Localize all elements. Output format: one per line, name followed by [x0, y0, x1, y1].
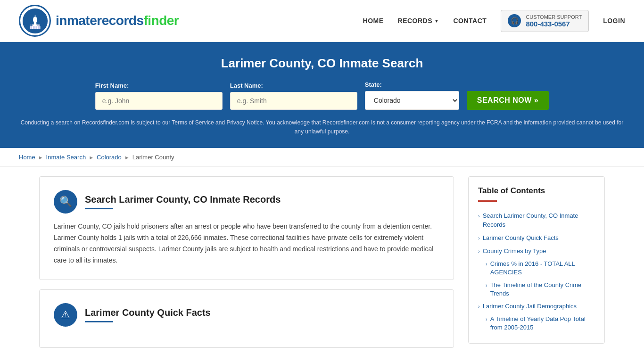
state-select[interactable]: Colorado [365, 91, 459, 110]
toc-list: › Search Larimer County, CO Inmate Recor… [478, 209, 595, 334]
chevron-right-icon-1: › [478, 235, 480, 242]
section-inmate-records: 🔍 Search Larimer County, CO Inmate Recor… [39, 176, 454, 280]
toc-item-5[interactable]: › Larimer County Jail Demographics [478, 300, 595, 313]
chevron-right-icon-5: › [478, 303, 480, 310]
chevron-right-icon-6: › [486, 316, 487, 323]
logo-text: inmaterecordsfinder [56, 13, 179, 28]
site-header: inmaterecordsfinder HOME RECORDS ▼ CONTA… [0, 0, 644, 42]
svg-rect-8 [35, 26, 37, 29]
page-title: Larimer County, CO Inmate Search [19, 56, 625, 71]
toc-label-1: Larimer County Quick Facts [483, 234, 559, 242]
toc-subitem-3[interactable]: › Crimes % in 2016 - TOTAL ALL AGENCIES [478, 258, 595, 279]
sidebar-toc: Table of Contents › Search Larimer Count… [468, 176, 605, 357]
breadcrumb: Home ► Inmate Search ► Colorado ► Larime… [0, 148, 644, 167]
first-name-label: First Name: [95, 82, 223, 89]
headset-icon: 🎧 [508, 14, 521, 27]
toc-label-6: A Timeline of Yearly Data Pop Total from… [490, 315, 595, 332]
breadcrumb-sep-3: ► [124, 155, 130, 160]
breadcrumb-sep-2: ► [89, 155, 94, 160]
nav-contact[interactable]: CONTACT [453, 17, 487, 25]
section-body-1: Larimer County, CO jails hold prisoners … [54, 221, 439, 266]
breadcrumb-sep-1: ► [38, 155, 43, 160]
section-header-2: ⚠ Larimer County Quick Facts [54, 303, 439, 327]
section-title-1: Search Larimer County, CO Inmate Records [85, 194, 281, 205]
section-title-wrap-2: Larimer County Quick Facts [85, 307, 211, 322]
alert-icon: ⚠ [54, 303, 77, 327]
breadcrumb-inmate-search[interactable]: Inmate Search [46, 154, 86, 161]
toc-label-3: Crimes % in 2016 - TOTAL ALL AGENCIES [490, 260, 595, 277]
toc-item-2[interactable]: › County Crimes by Type [478, 245, 595, 258]
toc-label-5: Larimer County Jail Demographics [483, 302, 577, 311]
section-title-wrap-1: Search Larimer County, CO Inmate Records [85, 194, 281, 209]
section-header-1: 🔍 Search Larimer County, CO Inmate Recor… [54, 190, 439, 214]
toc-label-0: Search Larimer County, CO Inmate Records [483, 212, 595, 229]
svg-rect-9 [38, 26, 40, 29]
svg-point-4 [33, 16, 37, 23]
last-name-group: Last Name: [230, 82, 357, 110]
breadcrumb-larimer: Larimer County [132, 154, 174, 161]
toc-item-0[interactable]: › Search Larimer County, CO Inmate Recor… [478, 209, 595, 231]
search-icon: 🔍 [54, 190, 77, 214]
svg-rect-7 [33, 26, 34, 29]
chevron-right-icon-0: › [478, 213, 480, 220]
toc-subitem-6[interactable]: › A Timeline of Yearly Data Pop Total fr… [478, 313, 595, 334]
toc-box: Table of Contents › Search Larimer Count… [468, 176, 605, 344]
first-name-group: First Name: [95, 82, 223, 110]
section-title-2: Larimer County Quick Facts [85, 307, 211, 318]
search-form: First Name: Last Name: State: Colorado S… [19, 81, 625, 110]
chevron-down-icon: ▼ [434, 18, 439, 24]
nav-login[interactable]: LOGIN [603, 17, 625, 25]
hero-section: Larimer County, CO Inmate Search First N… [0, 42, 644, 148]
support-info: CUSTOMER SUPPORT 800-433-0567 [526, 14, 582, 28]
toc-label-2: County Crimes by Type [483, 247, 546, 255]
state-label: State: [365, 81, 459, 88]
first-name-input[interactable] [95, 92, 223, 110]
chevron-right-icon-3: › [486, 261, 487, 268]
breadcrumb-colorado[interactable]: Colorado [97, 154, 122, 161]
toc-subitem-4[interactable]: › The Timeline of the County Crime Trend… [478, 279, 595, 300]
state-group: State: Colorado [365, 81, 459, 110]
nav-home[interactable]: HOME [363, 17, 384, 25]
logo-area: inmaterecordsfinder [19, 5, 179, 37]
nav-records[interactable]: RECORDS ▼ [398, 17, 439, 25]
search-button[interactable]: SEARCH NOW » [467, 91, 549, 110]
last-name-label: Last Name: [230, 82, 357, 89]
customer-support-box[interactable]: 🎧 CUSTOMER SUPPORT 800-433-0567 [501, 10, 589, 32]
svg-rect-6 [30, 26, 32, 29]
toc-item-1[interactable]: › Larimer County Quick Facts [478, 231, 595, 245]
chevron-right-icon-2: › [478, 248, 480, 255]
toc-label-4: The Timeline of the County Crime Trends [490, 281, 595, 298]
breadcrumb-home[interactable]: Home [19, 154, 35, 161]
section-underline-1 [85, 208, 113, 209]
chevron-right-icon-4: › [486, 282, 487, 289]
section-quick-facts: ⚠ Larimer County Quick Facts [39, 289, 454, 348]
section-underline-2 [85, 321, 113, 322]
main-nav: HOME RECORDS ▼ CONTACT 🎧 CUSTOMER SUPPOR… [363, 10, 625, 32]
content-left: 🔍 Search Larimer County, CO Inmate Recor… [39, 176, 468, 357]
toc-underline [478, 200, 497, 202]
main-content: 🔍 Search Larimer County, CO Inmate Recor… [20, 167, 624, 362]
toc-title: Table of Contents [478, 186, 595, 196]
hero-disclaimer: Conducting a search on Recordsfinder.com… [19, 118, 625, 136]
logo-icon [19, 5, 51, 37]
last-name-input[interactable] [230, 92, 357, 110]
